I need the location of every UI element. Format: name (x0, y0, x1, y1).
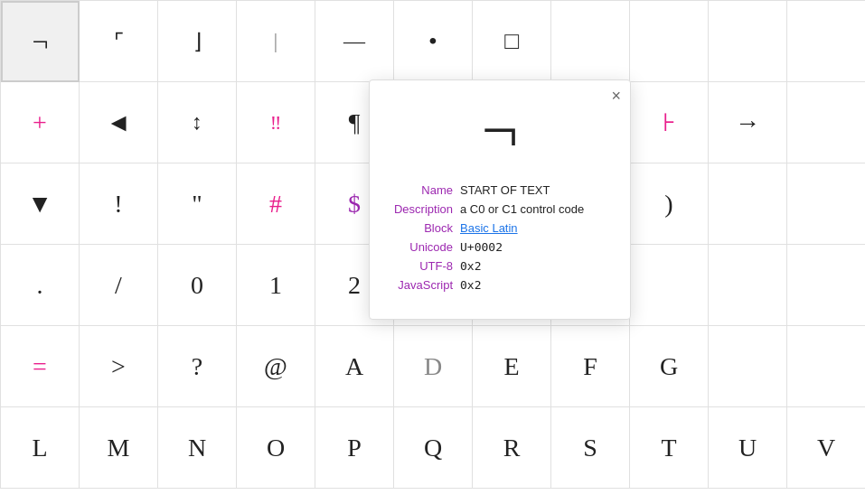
cell-r6c3[interactable]: N (158, 407, 237, 489)
popup-utf8-row: UTF-8 0x2 (388, 259, 612, 273)
description-value: a C0 or C1 control code (460, 202, 584, 216)
cell-r1c8[interactable] (551, 1, 630, 82)
cell-r6c6[interactable]: Q (394, 407, 473, 489)
cell-r1c7[interactable]: □ (473, 1, 551, 82)
cell-r5c3[interactable]: ? (158, 326, 237, 407)
cell-r3c3[interactable]: " (158, 163, 237, 245)
cell-r2c11[interactable] (787, 82, 865, 163)
cell-r5c8[interactable]: F (551, 326, 630, 407)
block-value[interactable]: Basic Latin (460, 221, 518, 235)
cell-r1c3[interactable]: ⌋ (158, 1, 237, 82)
cell-r5c10[interactable] (709, 326, 787, 407)
popup-unicode-row: Unicode U+0002 (388, 240, 612, 254)
cell-r5c2[interactable]: > (80, 326, 158, 407)
cell-r1c1[interactable]: ¬ (1, 1, 80, 82)
cell-r5c9[interactable]: G (630, 326, 709, 407)
cell-r3c11[interactable] (787, 163, 865, 245)
cell-r6c10[interactable]: U (709, 407, 787, 489)
unicode-value: U+0002 (460, 240, 503, 254)
cell-r4c9[interactable] (630, 245, 709, 326)
cell-r3c10[interactable] (709, 163, 787, 245)
cell-r2c10[interactable]: → (709, 82, 787, 163)
cell-r2c1[interactable]: + (1, 82, 80, 163)
popup-description-row: Description a C0 or C1 control code (388, 202, 612, 216)
cell-r2c9[interactable]: ⊦ (630, 82, 709, 163)
cell-r2c4[interactable]: ‼ (237, 82, 315, 163)
cell-r5c5[interactable]: A (315, 326, 394, 407)
javascript-value: 0x2 (460, 278, 481, 292)
cell-r1c2[interactable]: ⌜ (80, 1, 158, 82)
cell-r1c5[interactable]: — (315, 1, 394, 82)
description-label: Description (388, 202, 460, 216)
cell-r1c4[interactable]: | (237, 1, 315, 82)
cell-r5c7[interactable]: E (473, 326, 551, 407)
cell-r4c4[interactable]: 1 (237, 245, 315, 326)
cell-r1c10[interactable] (709, 1, 787, 82)
cell-r5c11[interactable] (787, 326, 865, 407)
cell-r6c2[interactable]: M (80, 407, 158, 489)
cell-r3c1[interactable]: ▼ (1, 163, 80, 245)
popup-block-row: Block Basic Latin (388, 221, 612, 235)
cell-r4c1[interactable]: . (1, 245, 80, 326)
cell-r1c6[interactable]: • (394, 1, 473, 82)
cell-r2c3[interactable]: ↕ (158, 82, 237, 163)
cell-r6c7[interactable]: R (473, 407, 551, 489)
cell-r1c11[interactable] (787, 1, 865, 82)
cell-r6c4[interactable]: O (237, 407, 315, 489)
cell-r2c2[interactable]: ◄ (80, 82, 158, 163)
name-value: START OF TEXT (460, 183, 550, 197)
name-label: Name (388, 183, 460, 197)
popup-info-section: Name START OF TEXT Description a C0 or C… (370, 180, 630, 301)
cell-r6c8[interactable]: S (551, 407, 630, 489)
popup-character-display: ¬ (370, 80, 630, 180)
cell-r4c2[interactable]: / (80, 245, 158, 326)
javascript-label: JavaScript (388, 278, 460, 292)
cell-r4c3[interactable]: 0 (158, 245, 237, 326)
cell-r5c4[interactable]: @ (237, 326, 315, 407)
popup-name-row: Name START OF TEXT (388, 183, 612, 197)
cell-r3c2[interactable]: ! (80, 163, 158, 245)
cell-r3c4[interactable]: # (237, 163, 315, 245)
unicode-label: Unicode (388, 240, 460, 254)
cell-r1c9[interactable] (630, 1, 709, 82)
cell-r5c6[interactable]: D (394, 326, 473, 407)
cell-r6c11[interactable]: V (787, 407, 865, 489)
utf8-value: 0x2 (460, 259, 481, 273)
cell-r6c1[interactable]: L (1, 407, 80, 489)
utf8-label: UTF-8 (388, 259, 460, 273)
character-popup: × ¬ Name START OF TEXT Description a C0 … (369, 79, 631, 320)
popup-javascript-row: JavaScript 0x2 (388, 278, 612, 292)
cell-r3c9[interactable]: ) (630, 163, 709, 245)
close-button[interactable]: × (611, 88, 621, 104)
cell-r4c10[interactable] (709, 245, 787, 326)
cell-r6c5[interactable]: P (315, 407, 394, 489)
cell-r6c9[interactable]: T (630, 407, 709, 489)
cell-r5c1[interactable]: = (1, 326, 80, 407)
block-label: Block (388, 221, 460, 235)
cell-r4c11[interactable] (787, 245, 865, 326)
